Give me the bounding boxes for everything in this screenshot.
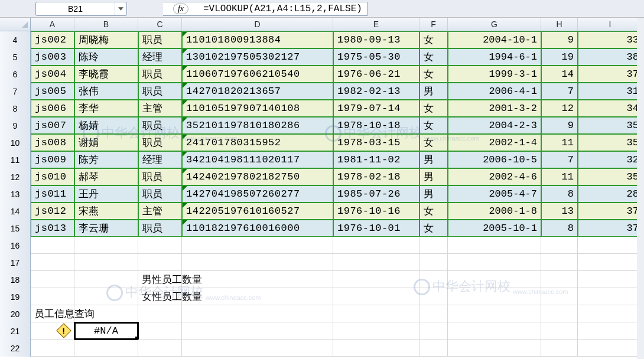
cell[interactable]: js010 xyxy=(31,168,74,185)
cell[interactable] xyxy=(333,254,419,271)
cell[interactable] xyxy=(419,254,448,271)
row-header[interactable]: 5 xyxy=(0,48,31,66)
cell[interactable]: 2002-4-6 xyxy=(448,168,541,185)
row-header[interactable]: 19 xyxy=(0,288,31,305)
cell[interactable]: 谢娟 xyxy=(74,134,138,151)
cell[interactable] xyxy=(138,237,182,254)
cell[interactable]: 女 xyxy=(419,134,448,151)
cell[interactable]: 142402197802182750 xyxy=(182,168,333,185)
cell[interactable]: 1979-07-14 xyxy=(333,100,419,117)
col-header-b[interactable]: B xyxy=(74,18,138,31)
col-header-i[interactable]: I xyxy=(578,18,643,31)
cell[interactable]: 经理 xyxy=(138,151,182,168)
row-header[interactable]: 6 xyxy=(0,66,31,83)
cell[interactable]: 31 xyxy=(578,83,643,100)
cell[interactable] xyxy=(541,288,578,305)
cell[interactable]: 女 xyxy=(419,203,448,220)
cell[interactable]: js009 xyxy=(31,151,74,168)
cell[interactable] xyxy=(541,322,578,340)
error-indicator-icon[interactable]: ! xyxy=(56,323,71,338)
cell[interactable]: 1978-10-18 xyxy=(333,117,419,134)
cell[interactable]: 职员 xyxy=(138,134,182,151)
cell[interactable]: 2006-4-1 xyxy=(448,83,541,100)
cell[interactable]: 男 xyxy=(419,151,448,168)
cell[interactable] xyxy=(541,271,578,288)
cell[interactable] xyxy=(419,322,448,340)
cell[interactable]: ! xyxy=(31,322,74,340)
cell[interactable] xyxy=(541,254,578,271)
col-header-e[interactable]: E xyxy=(333,18,419,31)
col-header-a[interactable]: A xyxy=(31,18,74,31)
cell[interactable]: 110182197610016000 xyxy=(182,220,333,237)
spreadsheet-grid[interactable]: A B C D E F G H I 4js002周晓梅职员11010180091… xyxy=(0,18,644,357)
cell[interactable]: 职员 xyxy=(138,66,182,83)
cell[interactable]: 37 xyxy=(578,66,643,83)
cell[interactable] xyxy=(419,288,448,305)
cell[interactable]: js005 xyxy=(31,83,74,100)
cell[interactable] xyxy=(333,340,419,357)
row-header[interactable]: 17 xyxy=(0,254,31,271)
cell[interactable]: 38 xyxy=(578,48,643,66)
selected-cell[interactable]: #N/A xyxy=(74,322,138,340)
cell[interactable] xyxy=(448,288,541,305)
cell[interactable]: js008 xyxy=(31,134,74,151)
cell[interactable]: 1978-03-15 xyxy=(333,134,419,151)
female-count-label[interactable]: 女性员工数量 xyxy=(138,288,182,305)
col-header-h[interactable]: H xyxy=(541,18,578,31)
cell[interactable]: 女 xyxy=(419,66,448,83)
cell[interactable] xyxy=(74,254,138,271)
cell[interactable] xyxy=(138,322,182,340)
lookup-title-label[interactable]: 员工信息查询 xyxy=(31,305,74,322)
row-header[interactable]: 20 xyxy=(0,305,31,322)
cell[interactable]: 352101197810180286 xyxy=(182,117,333,134)
cell[interactable] xyxy=(419,271,448,288)
cell[interactable]: 2005-10-1 xyxy=(448,220,541,237)
cell[interactable]: 1976-10-01 xyxy=(333,220,419,237)
cell[interactable]: 职员 xyxy=(138,83,182,100)
cell[interactable] xyxy=(333,237,419,254)
cell[interactable]: 女 xyxy=(419,117,448,134)
cell[interactable]: 王丹 xyxy=(74,185,138,203)
cell[interactable] xyxy=(182,237,333,254)
cell[interactable] xyxy=(333,288,419,305)
cell[interactable]: 241701780315952 xyxy=(182,134,333,151)
cell[interactable]: 8 xyxy=(541,220,578,237)
cell[interactable]: 女 xyxy=(419,48,448,66)
insert-function-button[interactable]: fx xyxy=(163,2,199,16)
cell[interactable] xyxy=(138,340,182,357)
row-header[interactable]: 15 xyxy=(0,220,31,237)
cell[interactable]: 经理 xyxy=(138,48,182,66)
cell[interactable]: 1982-02-13 xyxy=(333,83,419,100)
cell[interactable]: 宋燕 xyxy=(74,203,138,220)
cell[interactable]: 14 xyxy=(541,66,578,83)
col-header-c[interactable]: C xyxy=(138,18,182,31)
cell[interactable]: 2004-2-3 xyxy=(448,117,541,134)
cell[interactable]: 9 xyxy=(541,31,578,48)
row-header[interactable]: 13 xyxy=(0,185,31,203)
cell[interactable]: 342104198111020117 xyxy=(182,151,333,168)
cell[interactable] xyxy=(74,271,138,288)
cell[interactable] xyxy=(138,254,182,271)
cell[interactable]: 主管 xyxy=(138,203,182,220)
cell[interactable]: 2005-4-7 xyxy=(448,185,541,203)
cell[interactable] xyxy=(333,271,419,288)
cell[interactable]: 1994-6-1 xyxy=(448,48,541,66)
cell[interactable]: 李华 xyxy=(74,100,138,117)
cell[interactable] xyxy=(448,237,541,254)
cell[interactable]: 女 xyxy=(419,31,448,48)
cell[interactable]: 1978-02-18 xyxy=(333,168,419,185)
cell[interactable]: 职员 xyxy=(138,31,182,48)
cell[interactable] xyxy=(448,254,541,271)
cell[interactable] xyxy=(419,237,448,254)
cell[interactable] xyxy=(182,254,333,271)
cell[interactable]: 35 xyxy=(578,117,643,134)
cell[interactable] xyxy=(182,322,333,340)
cell[interactable]: js004 xyxy=(31,66,74,83)
cell[interactable] xyxy=(31,254,74,271)
cell[interactable] xyxy=(448,271,541,288)
row-header[interactable]: 10 xyxy=(0,134,31,151)
cell[interactable]: js007 xyxy=(31,117,74,134)
cell[interactable]: 142205197610160527 xyxy=(182,203,333,220)
cell[interactable]: 8 xyxy=(541,185,578,203)
cell[interactable] xyxy=(182,288,333,305)
